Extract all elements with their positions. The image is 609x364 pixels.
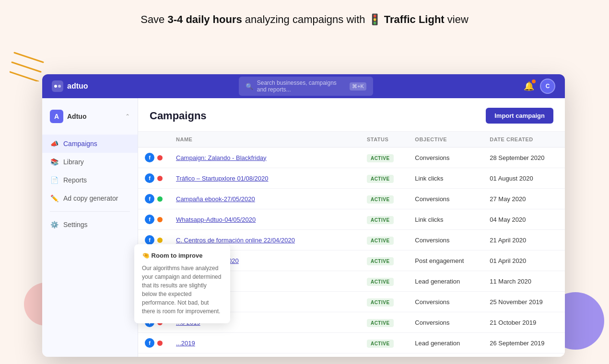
row-status-cell: ACTIVE bbox=[360, 168, 408, 189]
bell-button[interactable]: 🔔 bbox=[524, 81, 534, 91]
ad-copy-icon: ✏️ bbox=[50, 194, 59, 203]
row-status-cell: ACTIVE bbox=[360, 148, 408, 168]
row-date-cell: 04 May 2020 bbox=[483, 209, 565, 230]
sidebar-item-campaigns[interactable]: 📣 Campaigns bbox=[42, 135, 138, 153]
row-icons: f bbox=[145, 235, 163, 245]
sidebar-item-settings[interactable]: ⚙️ Settings bbox=[42, 216, 138, 234]
row-objective-cell: Conversions bbox=[408, 292, 483, 312]
campaign-name-link[interactable]: C. Centros de formación online 22/04/202… bbox=[176, 237, 295, 244]
nav-search[interactable]: 🔍 Search businesses, campaigns and repor… bbox=[88, 77, 524, 96]
row-date-cell: 21 April 2020 bbox=[483, 230, 565, 250]
tooltip-title: 🤏 Room to improve bbox=[142, 252, 223, 259]
search-kbd: ⌘+K bbox=[350, 82, 366, 91]
campaign-name-link[interactable]: Tráfico – Startupxlore 01/08/2020 bbox=[176, 175, 268, 182]
table-row[interactable]: f Campaign: Zalando - Blackfriday ACTIVE… bbox=[138, 148, 565, 168]
search-placeholder-text: Search businesses, campaigns and reports… bbox=[257, 80, 346, 93]
row-name-cell: Campaign: Zalando - Blackfriday bbox=[169, 148, 360, 168]
svg-rect-3 bbox=[52, 80, 63, 92]
import-campaign-button[interactable]: Import campaign bbox=[486, 108, 553, 124]
row-objective-cell: Conversions bbox=[408, 148, 483, 168]
row-objective-cell: Link clicks bbox=[408, 353, 483, 357]
traffic-dot bbox=[157, 217, 163, 222]
row-date-cell: 21 October 2019 bbox=[483, 312, 565, 333]
row-platform-cell: f bbox=[138, 148, 169, 168]
row-platform-cell: f bbox=[138, 209, 169, 230]
banner-highlight: 3-4 daily hours bbox=[167, 13, 242, 25]
chevron-icon: ⌃ bbox=[125, 113, 130, 120]
app-window: adtuo 🔍 Search businesses, campaigns and… bbox=[42, 74, 565, 357]
campaign-name-link[interactable]: Campaign: Zalando - Blackfriday bbox=[176, 154, 267, 161]
table-row[interactable]: f ...2019 ACTIVE Lead generation 26 Sept… bbox=[138, 333, 565, 353]
search-bar[interactable]: 🔍 Search businesses, campaigns and repor… bbox=[239, 77, 373, 96]
sidebar: A Adtuo ⌃ 📣 Campaigns 📚 Library 📄 Report… bbox=[42, 98, 138, 357]
status-badge: ACTIVE bbox=[367, 257, 394, 265]
table-row[interactable]: f Tráfico – Startupxlore 01/08/2020 ACTI… bbox=[138, 168, 565, 189]
traffic-dot bbox=[157, 341, 163, 346]
row-objective-cell: Conversions bbox=[408, 312, 483, 333]
traffic-dot bbox=[157, 155, 163, 160]
row-icons: f bbox=[145, 215, 163, 224]
row-status-cell: ACTIVE bbox=[360, 353, 408, 357]
platform-facebook-icon: f bbox=[145, 153, 154, 162]
row-name-cell: Whatsapp-Adtuo-04/05/2020 bbox=[169, 209, 360, 230]
search-icon: 🔍 bbox=[246, 83, 253, 90]
row-name-cell: C. tráfico para Formación e Inmobiliaria… bbox=[169, 353, 360, 357]
traffic-dot bbox=[157, 238, 163, 243]
row-icons: f bbox=[145, 153, 163, 162]
sidebar-item-library[interactable]: 📚 Library bbox=[42, 153, 138, 171]
platform-facebook-icon: f bbox=[145, 215, 154, 224]
svg-point-4 bbox=[54, 85, 57, 88]
table-row[interactable]: f Whatsapp-Adtuo-04/05/2020 ACTIVE Link … bbox=[138, 209, 565, 230]
row-objective-cell: Link clicks bbox=[408, 168, 483, 189]
row-icons: f bbox=[145, 173, 163, 183]
row-date-cell: 01 August 2020 bbox=[483, 168, 565, 189]
ad-copy-label: Ad copy generator bbox=[63, 194, 118, 202]
account-icon: A bbox=[50, 110, 63, 123]
row-date-cell: 28 September 2020 bbox=[483, 148, 565, 168]
row-name-cell: ...2019 bbox=[169, 333, 360, 353]
row-objective-cell: Lead generation bbox=[408, 271, 483, 292]
traffic-dot bbox=[157, 196, 163, 202]
platform-facebook-icon: f bbox=[145, 235, 154, 245]
col-date: DATE CREATED bbox=[483, 132, 565, 148]
row-date-cell: 26 September 2019 bbox=[483, 333, 565, 353]
platform-facebook-icon: f bbox=[145, 338, 154, 348]
banner-bold2: Traffic Light bbox=[384, 13, 445, 25]
sidebar-item-reports[interactable]: 📄 Reports bbox=[42, 171, 138, 189]
reports-label: Reports bbox=[63, 176, 87, 184]
tooltip-overlay: 🤏 Room to improve Our algorithms have an… bbox=[134, 244, 230, 323]
row-platform-cell: f bbox=[138, 333, 169, 353]
row-name-cell: Tráfico – Startupxlore 01/08/2020 bbox=[169, 168, 360, 189]
sidebar-account[interactable]: A Adtuo ⌃ bbox=[42, 106, 138, 131]
avatar[interactable]: C bbox=[540, 79, 555, 94]
svg-point-5 bbox=[58, 85, 61, 88]
status-badge: ACTIVE bbox=[367, 154, 394, 162]
row-date-cell: 09 September 2019 bbox=[483, 353, 565, 357]
settings-label: Settings bbox=[63, 221, 88, 228]
col-objective: OBJECTIVE bbox=[408, 132, 483, 148]
nav-logo-text: adtuo bbox=[67, 82, 88, 91]
table-row[interactable]: f Campaña ebook-27/05/2020 ACTIVE Conver… bbox=[138, 189, 565, 209]
deco-lines bbox=[10, 48, 48, 81]
adtuo-logo-icon bbox=[52, 80, 63, 92]
campaign-name-link[interactable]: ...2019 bbox=[176, 340, 195, 347]
platform-facebook-icon: f bbox=[145, 194, 154, 204]
banner-text: Save 3-4 daily hours analyzing campaigns… bbox=[141, 13, 468, 25]
row-objective-cell: Conversions bbox=[408, 230, 483, 250]
campaigns-label: Campaigns bbox=[63, 140, 97, 148]
svg-line-2 bbox=[10, 72, 38, 81]
row-objective-cell: Conversions bbox=[408, 189, 483, 209]
row-icons: f bbox=[145, 338, 163, 348]
campaign-name-link[interactable]: Campaña ebook-27/05/2020 bbox=[176, 195, 255, 203]
row-objective-cell: Link clicks bbox=[408, 209, 483, 230]
row-objective-cell: Post engagement bbox=[408, 250, 483, 271]
sidebar-item-ad-copy[interactable]: ✏️ Ad copy generator bbox=[42, 189, 138, 207]
row-date-cell: 01 April 2020 bbox=[483, 250, 565, 271]
row-status-cell: ACTIVE bbox=[360, 230, 408, 250]
row-platform-cell: f bbox=[138, 353, 169, 357]
campaign-name-link[interactable]: Whatsapp-Adtuo-04/05/2020 bbox=[176, 216, 256, 223]
library-label: Library bbox=[63, 158, 84, 166]
account-name: Adtuo bbox=[67, 113, 121, 120]
row-status-cell: ACTIVE bbox=[360, 333, 408, 353]
table-row[interactable]: f C. tráfico para Formación e Inmobiliar… bbox=[138, 353, 565, 357]
